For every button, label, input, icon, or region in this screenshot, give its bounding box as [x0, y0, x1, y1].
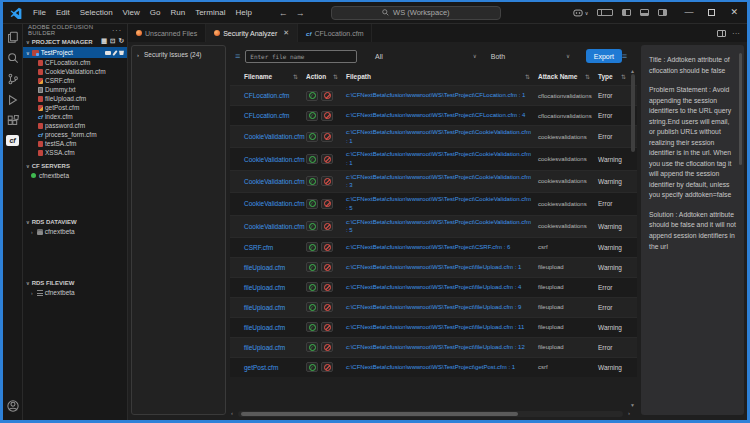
menu-file[interactable]: File: [28, 8, 51, 17]
tree-item-file[interactable]: CSRF.cfm: [23, 76, 127, 85]
menu-selection[interactable]: Selection: [75, 8, 118, 17]
table-row[interactable]: getPost.cfm ✓ c:\CFNextBeta\cfusion\wwwr…: [230, 357, 637, 377]
row-filepath-link[interactable]: c:\CFNextBeta\cfusion\wwwroot\WS\TestPro…: [346, 343, 538, 352]
row-filepath-link[interactable]: c:\CFNextBeta\cfusion\wwwroot\WS\TestPro…: [346, 363, 538, 372]
allow-button[interactable]: ✓: [306, 242, 318, 252]
block-button[interactable]: [321, 302, 333, 312]
block-button[interactable]: [321, 111, 333, 121]
section-cf-servers[interactable]: ∨ CF SERVERS: [23, 160, 127, 171]
extensions-icon[interactable]: [6, 114, 19, 127]
table-row[interactable]: CFLocation.cfm ✓ c:\CFNextBeta\cfusion\w…: [230, 105, 637, 125]
row-filename-link[interactable]: CFLocation.cfm: [244, 92, 306, 99]
tree-item-file[interactable]: CookieValidation.cfm: [23, 67, 127, 76]
menu-help[interactable]: Help: [230, 8, 256, 17]
security-issues-header[interactable]: › Security Issues (24): [132, 46, 225, 63]
maximize-button[interactable]: [708, 9, 715, 16]
coldfusion-builder-icon[interactable]: cf: [6, 135, 19, 146]
section-rds-dataview[interactable]: ∨ RDS DATAVIEW: [23, 216, 127, 227]
sort-icon[interactable]: ⇅: [585, 73, 590, 80]
workspace-search-box[interactable]: WS (Workspace): [331, 6, 501, 20]
menu-icon[interactable]: ≡: [622, 52, 627, 61]
block-button[interactable]: [321, 342, 333, 352]
allow-button[interactable]: ✓: [306, 221, 318, 231]
allow-button[interactable]: ✓: [306, 262, 318, 272]
editor-more-actions-icon[interactable]: ···: [732, 29, 740, 38]
row-filepath-link[interactable]: c:\CFNextBeta\cfusion\wwwroot\WS\TestPro…: [346, 263, 538, 272]
new-folder-icon[interactable]: [105, 51, 111, 55]
tree-item-file[interactable]: XSSA.cfm: [23, 148, 127, 157]
table-row[interactable]: fileUpload.cfm ✓ c:\CFNextBeta\cfusion\w…: [230, 317, 637, 337]
row-filename-link[interactable]: fileUpload.cfm: [244, 304, 306, 311]
block-button[interactable]: [321, 242, 333, 252]
edit-icon[interactable]: [112, 50, 117, 56]
col-type[interactable]: Type: [598, 73, 613, 80]
tree-item-file[interactable]: getPost.cfm: [23, 103, 127, 112]
explorer-icon[interactable]: [6, 30, 19, 43]
menu-edit[interactable]: Edit: [51, 8, 75, 17]
block-button[interactable]: [321, 91, 333, 101]
allow-button[interactable]: ✓: [306, 132, 318, 142]
row-filename-link[interactable]: CookieValidation.cfm: [244, 200, 306, 207]
block-button[interactable]: [321, 262, 333, 272]
scan-project-icon[interactable]: ▦: [101, 38, 107, 45]
block-button[interactable]: [321, 322, 333, 332]
tab-security-analyzer[interactable]: Security Analyzer ✕: [206, 24, 298, 42]
scroll-left-icon[interactable]: ‹: [231, 410, 233, 416]
row-filepath-link[interactable]: c:\CFNextBeta\cfusion\wwwroot\WS\TestPro…: [346, 283, 538, 292]
tree-item-file[interactable]: index.cfm: [23, 112, 127, 121]
table-row[interactable]: fileUpload.cfm ✓ c:\CFNextBeta\cfusion\w…: [230, 257, 637, 277]
table-row[interactable]: fileUpload.cfm ✓ c:\CFNextBeta\cfusion\w…: [230, 337, 637, 357]
severity-select[interactable]: Both ∨: [491, 53, 570, 60]
row-filename-link[interactable]: CookieValidation.cfm: [244, 178, 306, 185]
scrollbar-thumb[interactable]: [739, 53, 742, 165]
table-row[interactable]: fileUpload.cfm ✓ c:\CFNextBeta\cfusion\w…: [230, 297, 637, 317]
row-filename-link[interactable]: CFLocation.cfm: [244, 112, 306, 119]
run-debug-icon[interactable]: [6, 93, 19, 106]
forward-arrow-icon[interactable]: →: [296, 8, 305, 18]
allow-button[interactable]: ✓: [306, 282, 318, 292]
block-button[interactable]: [321, 362, 333, 372]
toggle-panel-icon[interactable]: [640, 9, 649, 16]
delete-icon[interactable]: [119, 50, 124, 55]
row-filepath-link[interactable]: c:\CFNextBeta\cfusion\wwwroot\WS\TestPro…: [346, 91, 538, 100]
tab-unscanned-files[interactable]: Unscanned Files: [128, 24, 206, 42]
block-button[interactable]: [321, 221, 333, 231]
side-panel-overflow-icon[interactable]: ···: [112, 27, 122, 34]
tree-item-file[interactable]: Dummy.txt: [23, 85, 127, 94]
col-filepath[interactable]: Filepath: [346, 73, 371, 80]
col-filename[interactable]: Filename: [244, 73, 272, 80]
row-filepath-link[interactable]: c:\CFNextBeta\cfusion\wwwroot\WS\TestPro…: [346, 173, 538, 190]
tree-item-cf-server[interactable]: cfnextbeta: [23, 171, 127, 180]
row-filename-link[interactable]: CookieValidation.cfm: [244, 133, 306, 140]
horizontal-scrollbar[interactable]: ‹ ›: [238, 411, 623, 417]
attack-type-select[interactable]: All ∨: [375, 53, 477, 60]
table-row[interactable]: CookieValidation.cfm ✓ c:\CFNextBeta\cfu…: [230, 170, 637, 192]
allow-button[interactable]: ✓: [306, 91, 318, 101]
back-arrow-icon[interactable]: ←: [279, 8, 288, 18]
row-filepath-link[interactable]: c:\CFNextBeta\cfusion\wwwroot\WS\TestPro…: [346, 303, 538, 312]
tree-item-project[interactable]: ∨ TestProject: [23, 47, 127, 58]
row-filename-link[interactable]: CookieValidation.cfm: [244, 156, 306, 163]
section-project-manager[interactable]: ∨ PROJECT MANAGER ▦ ⊡ ↻: [23, 36, 127, 47]
customize-layout-icon[interactable]: [597, 9, 613, 16]
row-filename-link[interactable]: fileUpload.cfm: [244, 284, 306, 291]
scrollbar-thumb[interactable]: [631, 74, 635, 152]
allow-button[interactable]: ✓: [306, 154, 318, 164]
table-row[interactable]: CookieValidation.cfm ✓ c:\CFNextBeta\cfu…: [230, 125, 637, 147]
section-rds-fileview[interactable]: ∨ RDS FILEVIEW: [23, 277, 127, 288]
sort-icon[interactable]: ⇅: [293, 73, 298, 80]
row-filepath-link[interactable]: c:\CFNextBeta\cfusion\wwwroot\WS\TestPro…: [346, 128, 538, 145]
tree-item-file[interactable]: CFLocation.cfm: [23, 58, 127, 67]
row-filepath-link[interactable]: c:\CFNextBeta\cfusion\wwwroot\WS\TestPro…: [346, 243, 538, 252]
sort-icon[interactable]: ⇅: [333, 73, 338, 80]
search-view-icon[interactable]: [6, 51, 19, 64]
allow-button[interactable]: ✓: [306, 302, 318, 312]
row-filename-link[interactable]: fileUpload.cfm: [244, 324, 306, 331]
menu-go[interactable]: Go: [145, 8, 166, 17]
file-name-filter-input[interactable]: [245, 50, 357, 63]
allow-button[interactable]: ✓: [306, 199, 318, 209]
row-filepath-link[interactable]: c:\CFNextBeta\cfusion\wwwroot\WS\TestPro…: [346, 195, 538, 212]
table-row[interactable]: CookieValidation.cfm ✓ c:\CFNextBeta\cfu…: [230, 215, 637, 237]
tree-item-file[interactable]: testSA.cfm: [23, 139, 127, 148]
col-attack-name[interactable]: Attack Name: [538, 73, 577, 80]
